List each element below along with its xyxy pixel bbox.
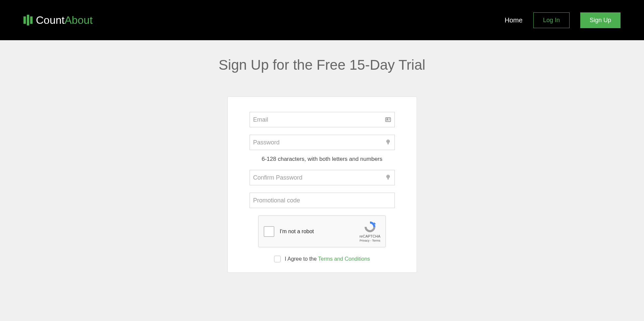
recaptcha-branding: reCAPTCHA Privacy - Terms bbox=[360, 221, 380, 242]
signup-button[interactable]: Sign Up bbox=[580, 12, 621, 28]
svg-point-7 bbox=[387, 176, 388, 177]
terms-and-conditions-link[interactable]: Terms and Conditions bbox=[318, 256, 370, 262]
svg-point-4 bbox=[386, 140, 389, 143]
recaptcha-logo-icon bbox=[363, 221, 377, 233]
password-hint: 6-128 characters, with both letters and … bbox=[250, 156, 395, 163]
id-card-icon bbox=[385, 116, 391, 123]
svg-point-6 bbox=[386, 175, 389, 178]
confirm-password-input[interactable] bbox=[250, 170, 395, 185]
svg-rect-0 bbox=[385, 118, 390, 122]
login-button[interactable]: Log In bbox=[533, 12, 570, 28]
password-input[interactable] bbox=[250, 135, 395, 150]
logo-text: CountAbout bbox=[36, 14, 93, 26]
page-title: Sign Up for the Free 15-Day Trial bbox=[219, 57, 425, 73]
logo-bars-icon bbox=[23, 15, 33, 25]
key-icon bbox=[385, 174, 391, 181]
signup-form-card: 6-128 characters, with both letters and … bbox=[227, 97, 417, 273]
recaptcha-label: I'm not a robot bbox=[280, 229, 360, 235]
nav-home-link[interactable]: Home bbox=[505, 16, 523, 24]
recaptcha-checkbox[interactable] bbox=[264, 226, 274, 237]
svg-marker-8 bbox=[374, 222, 376, 224]
email-field-wrapper bbox=[250, 112, 395, 127]
terms-text: I Agree to the Terms and Conditions bbox=[285, 256, 370, 262]
site-header: CountAbout Home Log In Sign Up bbox=[0, 0, 644, 40]
site-logo[interactable]: CountAbout bbox=[23, 14, 93, 26]
confirm-password-field-wrapper bbox=[250, 170, 395, 185]
key-icon bbox=[385, 139, 391, 146]
recaptcha-widget: I'm not a robot reCAPTCHA Privacy - Term… bbox=[258, 215, 386, 247]
svg-point-1 bbox=[386, 119, 387, 120]
terms-checkbox[interactable] bbox=[274, 256, 281, 262]
svg-point-5 bbox=[387, 141, 388, 142]
promo-code-input[interactable] bbox=[250, 193, 395, 208]
promo-field-wrapper bbox=[250, 193, 395, 208]
recaptcha-privacy-terms[interactable]: Privacy - Terms bbox=[360, 239, 380, 242]
password-field-wrapper bbox=[250, 135, 395, 150]
terms-row: I Agree to the Terms and Conditions bbox=[250, 256, 395, 262]
email-input[interactable] bbox=[250, 112, 395, 127]
main-nav: Home Log In Sign Up bbox=[505, 12, 621, 28]
main-content: Sign Up for the Free 15-Day Trial bbox=[0, 40, 644, 273]
